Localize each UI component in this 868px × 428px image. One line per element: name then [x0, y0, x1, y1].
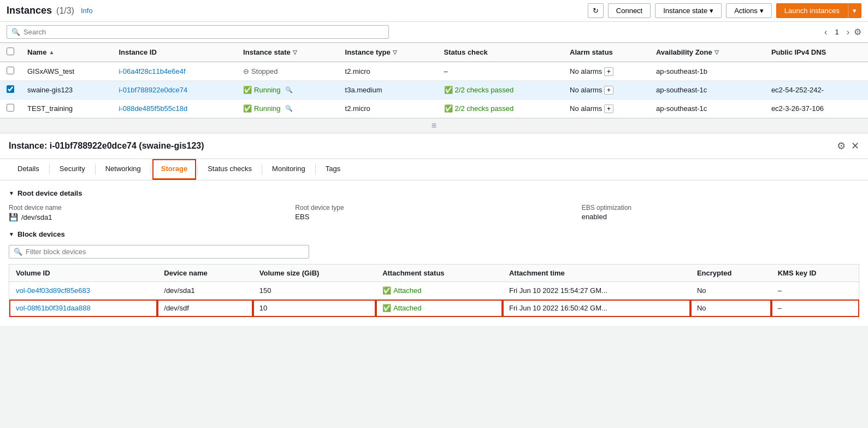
table-row: TEST_trainingi-088de485f5b55c18d✅Running…	[0, 99, 868, 118]
detail-settings-button[interactable]: ⚙	[837, 140, 846, 152]
table-header-row: Name ▲ Instance ID Instance state ▽ In	[0, 43, 868, 62]
panel-divider[interactable]: ≡	[0, 118, 868, 133]
cell-kms-key-id: –	[771, 282, 859, 300]
add-alarm-button[interactable]: +	[604, 86, 613, 95]
instances-count: (1/3)	[56, 6, 74, 16]
col-attachment-status: Attachment status	[376, 265, 503, 282]
block-filter-input[interactable]	[26, 248, 304, 256]
col-header-public-ipv4[interactable]: Public IPv4 DNS	[765, 43, 868, 62]
info-link[interactable]: Info	[81, 7, 93, 15]
next-page-button[interactable]: ›	[845, 26, 852, 38]
root-device-props: Root device name 💾 /dev/sda1 Root device…	[9, 204, 859, 221]
cell-volume-id: vol-08f61b0f391daa888	[9, 300, 158, 317]
cell-attachment-status: ✅ Attached	[376, 282, 503, 300]
cell-alarm-status: No alarms +	[563, 62, 649, 81]
cell-instance-id: i-01bf788922e0dce74	[112, 81, 237, 99]
tab-security[interactable]: Security	[51, 159, 94, 180]
search-input-wrap: 🔍	[7, 25, 389, 39]
cell-instance-id: i-06a4f28c11b4e6e4f	[112, 62, 237, 81]
cell-status-check: –	[438, 62, 564, 81]
running-icon: ✅	[243, 86, 252, 94]
instance-id-link[interactable]: i-01bf788922e0dce74	[119, 86, 187, 94]
col-header-instance-state[interactable]: Instance state ▽	[237, 43, 338, 62]
cell-kms-key-id: –	[771, 300, 859, 317]
cell-attachment-time: Fri Jun 10 2022 15:54:27 GM...	[503, 282, 690, 300]
prop-device-name: Root device name 💾 /dev/sda1	[9, 204, 286, 221]
state-badge: ✅Running🔍	[243, 86, 332, 94]
tab-tags[interactable]: Tags	[317, 159, 349, 180]
block-device-row: vol-0e4f03d89cf85e683/dev/sda1150✅ Attac…	[9, 282, 859, 300]
tab-details[interactable]: Details	[9, 159, 48, 180]
page-title: Instances	[7, 5, 52, 16]
sort-icon: ▽	[293, 49, 297, 55]
search-icon: 🔍	[14, 248, 22, 256]
launch-instances-button[interactable]: Launch instances	[776, 3, 848, 18]
instance-id-link[interactable]: i-06a4f28c11b4e6e4f	[119, 67, 185, 75]
add-alarm-button[interactable]: +	[604, 104, 613, 113]
detail-content: ▼ Root device details Root device name 💾…	[0, 180, 868, 317]
settings-icon[interactable]: ⚙	[854, 27, 861, 37]
tab-networking[interactable]: Networking	[97, 159, 150, 180]
col-kms-key-id: KMS key ID	[771, 265, 859, 282]
tab-monitoring[interactable]: Monitoring	[263, 159, 314, 180]
cell-public-ipv4: ec2-54-252-242-	[765, 81, 868, 99]
col-device-name: Device name	[157, 265, 253, 282]
search-bar: 🔍 ‹ 1 › ⚙	[0, 22, 868, 43]
search-input[interactable]	[23, 28, 384, 36]
cell-state: ✅Running🔍	[237, 99, 338, 118]
cell-state: ✅Running🔍	[237, 81, 338, 99]
connect-button[interactable]: Connect	[608, 3, 651, 18]
select-all-header[interactable]	[0, 43, 21, 62]
col-header-alarm-status[interactable]: Alarm status	[563, 43, 649, 62]
disk-icon: 💾	[9, 213, 18, 221]
col-header-instance-type[interactable]: Instance type ▽	[339, 43, 438, 62]
cell-device-name: /dev/sda1	[157, 282, 253, 300]
block-filter-bar: 🔍	[9, 245, 309, 259]
search-icon: 🔍	[11, 28, 20, 36]
zoom-icon[interactable]: 🔍	[285, 105, 293, 112]
cell-encrypted: No	[690, 300, 771, 317]
block-device-row: vol-08f61b0f391daa888/dev/sdf10✅ Attache…	[9, 300, 859, 317]
select-all-checkbox[interactable]	[7, 48, 14, 55]
volume-id-link[interactable]: vol-08f61b0f391daa888	[16, 304, 91, 312]
triangle-icon: ▼	[9, 190, 14, 196]
zoom-icon[interactable]: 🔍	[285, 86, 293, 93]
cell-instance-type: t2.micro	[339, 62, 438, 81]
add-alarm-button[interactable]: +	[604, 67, 613, 76]
sort-icon: ▲	[49, 49, 54, 55]
cell-name: GISxAWS_test	[21, 62, 112, 81]
detail-header: Instance: i-01bf788922e0dce74 (swaine-gi…	[0, 133, 868, 159]
row-checkbox[interactable]	[7, 104, 14, 112]
prop-device-type: Root device type EBS	[295, 204, 572, 221]
instance-id-link[interactable]: i-088de485f5b55c18d	[119, 104, 187, 113]
launch-instances-split-button[interactable]: ▾	[848, 3, 861, 18]
check-circle-icon: ✅	[444, 104, 453, 113]
prop-ebs-opt: EBS optimization enabled	[582, 204, 859, 221]
check-circle-icon: ✅	[382, 286, 391, 295]
col-header-instance-id[interactable]: Instance ID	[112, 43, 237, 62]
col-header-name[interactable]: Name ▲	[21, 43, 112, 62]
col-attachment-time: Attachment time	[503, 265, 690, 282]
block-devices-tbody: vol-0e4f03d89cf85e683/dev/sda1150✅ Attac…	[9, 282, 859, 317]
tab-storage[interactable]: Storage	[152, 159, 196, 180]
row-checkbox[interactable]	[7, 85, 14, 93]
sort-icon: ▽	[393, 49, 397, 55]
cell-status-check: ✅ 2/2 checks passed	[438, 99, 564, 118]
volume-id-link[interactable]: vol-0e4f03d89cf85e683	[16, 286, 90, 295]
prev-page-button[interactable]: ‹	[822, 26, 829, 38]
row-checkbox[interactable]	[7, 67, 14, 74]
check-circle-icon: ✅	[382, 304, 391, 312]
tab-status-checks[interactable]: Status checks	[199, 159, 261, 180]
actions-label: Actions	[734, 7, 758, 15]
refresh-button[interactable]: ↻	[588, 3, 604, 18]
detail-close-button[interactable]: ✕	[851, 140, 859, 152]
col-header-status-check[interactable]: Status check	[438, 43, 564, 62]
instance-state-button[interactable]: Instance state ▾	[655, 3, 722, 18]
cell-public-ipv4	[765, 62, 868, 81]
detail-panel: Instance: i-01bf788922e0dce74 (swaine-gi…	[0, 133, 868, 326]
col-header-availability-zone[interactable]: Availability Zone ▽	[649, 43, 765, 62]
stopped-icon: ⊖	[243, 67, 249, 75]
actions-button[interactable]: Actions ▾	[726, 3, 772, 18]
cell-alarm-status: No alarms +	[563, 81, 649, 99]
cell-name: swaine-gis123	[21, 81, 112, 99]
